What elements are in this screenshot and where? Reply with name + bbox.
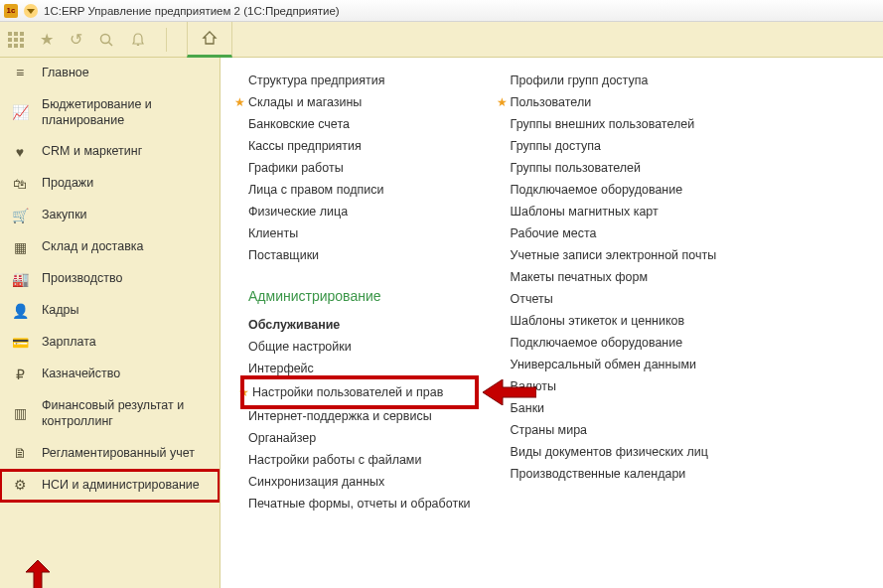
- nav-link[interactable]: ★Склады и магазины: [248, 95, 471, 109]
- cart-icon: 🛒: [12, 208, 28, 223]
- nav-link[interactable]: ★Настройки пользователей и прав: [248, 383, 471, 401]
- nav-link[interactable]: Учетные записи электронной почты: [511, 248, 717, 262]
- nav-link[interactable]: Производственные календари: [511, 467, 717, 481]
- nav-link[interactable]: Банковские счета: [248, 117, 471, 131]
- link-label: Рабочие места: [511, 226, 597, 240]
- sidebar-item-label: Главное: [42, 66, 208, 81]
- nav-link[interactable]: Интернет-поддержка и сервисы: [248, 409, 471, 423]
- sidebar-item-label: Продажи: [42, 176, 208, 192]
- content-col-1: Структура предприятия★Склады и магазиныБ…: [234, 74, 471, 511]
- nav-link[interactable]: Кассы предприятия: [248, 139, 471, 153]
- nav-link[interactable]: Графики работы: [248, 161, 471, 175]
- nav-link[interactable]: Группы пользователей: [511, 161, 717, 175]
- history-icon[interactable]: ↺: [70, 30, 82, 49]
- link-label: Печатные формы, отчеты и обработки: [248, 497, 471, 511]
- sidebar-item-label: Закупки: [42, 208, 208, 223]
- nav-link[interactable]: Шаблоны магнитных карт: [511, 205, 717, 219]
- doc-icon: 🗎: [12, 446, 28, 462]
- link-label: Шаблоны этикеток и ценников: [511, 314, 685, 328]
- sidebar-item-5[interactable]: ▦Склад и доставка: [0, 231, 220, 263]
- nav-link[interactable]: Рабочие места: [511, 226, 717, 240]
- sidebar-item-label: CRM и маркетинг: [42, 144, 208, 160]
- sidebar-item-label: Регламентированный учет: [42, 446, 208, 462]
- nav-link[interactable]: Клиенты: [248, 226, 471, 240]
- nav-link[interactable]: Страны мира: [511, 423, 717, 437]
- home-tab[interactable]: [187, 22, 232, 58]
- nav-link[interactable]: Отчеты: [511, 292, 717, 306]
- sidebar-item-3[interactable]: 🛍Продажи: [0, 168, 220, 200]
- gear-icon: ⚙: [12, 478, 28, 494]
- titlebar-dropdown-icon[interactable]: [24, 4, 38, 18]
- star-icon: ★: [497, 95, 507, 109]
- sidebar-item-10[interactable]: ▥Финансовый результат и контроллинг: [0, 390, 220, 437]
- nav-link[interactable]: Валюты: [511, 379, 717, 393]
- sidebar-item-9[interactable]: ₽Казначейство: [0, 359, 220, 390]
- link-label: Пользователи: [511, 95, 592, 109]
- favorite-star-icon[interactable]: ★: [40, 30, 54, 49]
- nav-link[interactable]: Профили групп доступа: [511, 74, 717, 87]
- link-label: Интерфейс: [248, 362, 314, 375]
- window-titlebar: 1c 1С:ERP Управление предприятием 2 (1С:…: [0, 0, 883, 22]
- sidebar-item-label: НСИ и администрирование: [42, 478, 208, 494]
- sidebar-item-12[interactable]: ⚙НСИ и администрирование: [0, 470, 220, 502]
- link-label: Клиенты: [248, 226, 298, 240]
- sidebar-item-2[interactable]: ♥CRM и маркетинг: [0, 136, 220, 168]
- nav-link[interactable]: Подключаемое оборудование: [511, 336, 717, 350]
- search-icon[interactable]: [98, 32, 114, 48]
- boxes-icon: ▦: [12, 239, 28, 255]
- sidebar-item-label: Производство: [42, 271, 208, 287]
- link-label: Банковские счета: [248, 117, 350, 131]
- nav-link[interactable]: Общие настройки: [248, 340, 471, 354]
- sidebar-item-label: Кадры: [42, 303, 208, 319]
- nav-link[interactable]: Структура предприятия: [248, 74, 471, 87]
- nav-link[interactable]: Подключаемое оборудование: [511, 183, 717, 197]
- link-label: Шаблоны магнитных карт: [511, 205, 659, 219]
- window-title: 1С:ERP Управление предприятием 2 (1С:Пре…: [44, 5, 340, 17]
- nav-link[interactable]: Макеты печатных форм: [511, 270, 717, 284]
- nav-link[interactable]: ★Пользователи: [511, 95, 717, 109]
- nav-link[interactable]: Синхронизация данных: [248, 475, 471, 489]
- nav-link[interactable]: Обслуживание: [248, 318, 471, 332]
- nav-link[interactable]: Физические лица: [248, 205, 471, 219]
- chart-icon: 📈: [12, 105, 28, 121]
- sidebar-item-label: Бюджетирование и планирование: [42, 97, 208, 128]
- link-label: Поставщики: [248, 248, 319, 262]
- nav-link[interactable]: Настройки работы с файлами: [248, 453, 471, 467]
- nav-link[interactable]: Интерфейс: [248, 362, 471, 375]
- sidebar-item-7[interactable]: 👤Кадры: [0, 295, 220, 327]
- ruble-icon: ₽: [12, 367, 28, 382]
- nav-link[interactable]: Шаблоны этикеток и ценников: [511, 314, 717, 328]
- sidebar-item-6[interactable]: 🏭Производство: [0, 263, 220, 295]
- sidebar-item-4[interactable]: 🛒Закупки: [0, 200, 220, 231]
- nav-link[interactable]: Поставщики: [248, 248, 471, 262]
- bag-icon: 🛍: [12, 176, 28, 192]
- link-label: Обслуживание: [248, 318, 340, 332]
- link-label: Отчеты: [511, 292, 553, 306]
- sidebar-item-1[interactable]: 📈Бюджетирование и планирование: [0, 89, 220, 136]
- sidebar-item-8[interactable]: 💳Зарплата: [0, 327, 220, 359]
- nav-link[interactable]: Банки: [511, 401, 717, 415]
- sidebar-item-label: Склад и доставка: [42, 239, 208, 255]
- content-area: Структура предприятия★Склады и магазиныБ…: [221, 58, 883, 588]
- link-label: Профили групп доступа: [511, 74, 649, 87]
- nav-link[interactable]: Печатные формы, отчеты и обработки: [248, 497, 471, 511]
- nav-link[interactable]: Группы доступа: [511, 139, 717, 153]
- nav-link[interactable]: Универсальный обмен данными: [511, 358, 717, 371]
- factory-icon: 🏭: [12, 271, 28, 287]
- sidebar-item-11[interactable]: 🗎Регламентированный учет: [0, 438, 220, 470]
- link-label: Графики работы: [248, 161, 344, 175]
- nav-link[interactable]: Виды документов физических лиц: [511, 445, 717, 459]
- sidebar-item-0[interactable]: ≡Главное: [0, 58, 220, 89]
- sidebar-item-label: Финансовый результат и контроллинг: [42, 398, 208, 429]
- link-label: Виды документов физических лиц: [511, 445, 708, 459]
- bell-icon[interactable]: [130, 32, 146, 48]
- card-icon: 💳: [12, 335, 28, 351]
- nav-link[interactable]: Органайзер: [248, 431, 471, 445]
- link-label: Интернет-поддержка и сервисы: [248, 409, 432, 423]
- nav-link[interactable]: Группы внешних пользователей: [511, 117, 717, 131]
- link-label: Склады и магазины: [248, 95, 362, 109]
- link-label: Синхронизация данных: [248, 475, 384, 489]
- star-icon: ★: [238, 385, 248, 399]
- apps-grid-icon[interactable]: [8, 32, 24, 48]
- nav-link[interactable]: Лица с правом подписи: [248, 183, 471, 197]
